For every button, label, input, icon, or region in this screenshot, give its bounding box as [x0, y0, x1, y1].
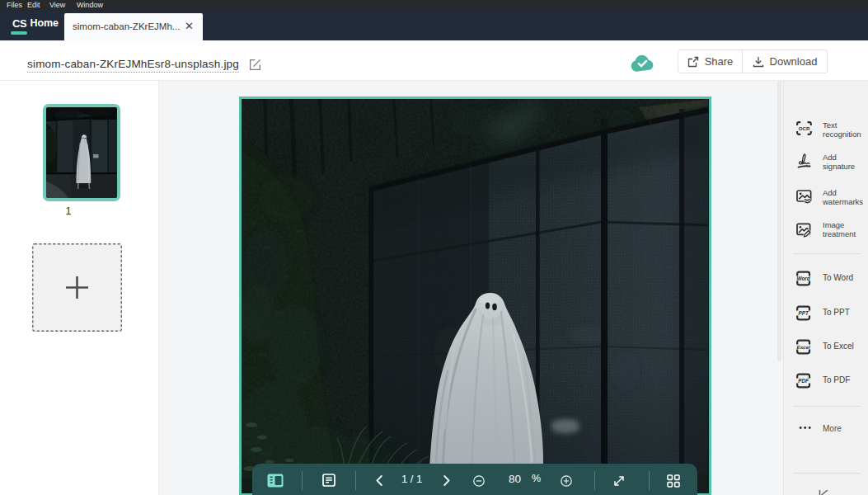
svg-text:PDF: PDF: [798, 378, 809, 384]
svg-text:Excel: Excel: [797, 344, 810, 350]
svg-text:PPT: PPT: [798, 309, 809, 315]
svg-text:Word: Word: [796, 276, 810, 281]
svg-text:OCR: OCR: [799, 125, 810, 131]
